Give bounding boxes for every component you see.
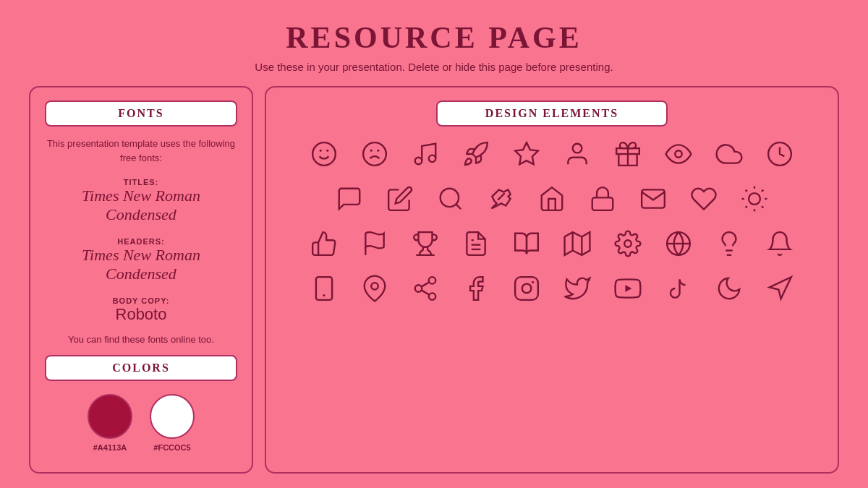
icons-grid <box>284 135 820 307</box>
swatch-dark-label: #A4113A <box>93 443 127 452</box>
svg-point-41 <box>415 285 422 292</box>
svg-line-20 <box>746 190 747 192</box>
svg-point-0 <box>312 142 336 166</box>
svg-point-14 <box>441 189 459 207</box>
svg-point-12 <box>675 150 682 158</box>
swatch-light: #FCCOC5 <box>150 394 195 452</box>
svg-point-40 <box>429 277 436 284</box>
map-icon <box>558 225 596 262</box>
headers-font-entry: HEADERS: Times New Roman Condensed <box>45 237 237 283</box>
font-note: You can find these fonts online too. <box>68 334 214 345</box>
mail-icon <box>634 180 672 218</box>
body-label: BODY COPY: <box>113 296 170 305</box>
trophy-icon <box>407 225 444 262</box>
rocket-icon <box>457 135 495 173</box>
pencil-icon <box>381 180 419 218</box>
page-subtitle: Use these in your presentation. Delete o… <box>255 61 613 73</box>
book-icon <box>508 225 545 262</box>
icons-row-3 <box>305 225 799 262</box>
body-font-entry: BODY COPY: Roboto <box>113 296 170 324</box>
fonts-description: This presentation template uses the foll… <box>45 137 237 165</box>
svg-point-9 <box>573 144 582 153</box>
design-elements-header: DESIGN ELEMENTS <box>436 100 668 127</box>
tiktok-icon <box>660 270 697 307</box>
cloud-icon <box>710 135 748 173</box>
right-panel: DESIGN ELEMENTS <box>265 86 839 474</box>
svg-rect-16 <box>592 197 613 210</box>
megaphone-icon <box>761 270 799 307</box>
moon-icon <box>710 270 748 307</box>
titles-label: TITLES: <box>45 178 237 187</box>
icons-row-1 <box>305 135 799 173</box>
pin-icon <box>482 180 520 218</box>
svg-point-6 <box>415 158 422 165</box>
headers-font-name: Times New Roman Condensed <box>45 246 237 283</box>
titles-font-name: Times New Roman Condensed <box>45 187 237 224</box>
document-icon <box>457 225 495 262</box>
home-icon <box>533 180 571 218</box>
svg-marker-29 <box>565 232 590 255</box>
page-title: RESOURCE PAGE <box>286 20 582 55</box>
lock-icon <box>584 180 621 218</box>
sad-face-icon <box>356 135 393 173</box>
icons-row-4 <box>305 270 799 307</box>
heart-icon <box>685 180 723 218</box>
svg-point-3 <box>363 142 386 166</box>
fonts-header: FONTS <box>45 100 237 127</box>
mobile-icon <box>305 270 343 307</box>
flag-icon <box>356 225 393 262</box>
chat-icon <box>331 180 368 218</box>
swatch-light-circle <box>150 394 195 439</box>
gear-icon <box>609 225 647 262</box>
svg-line-25 <box>762 190 763 192</box>
left-panel: FONTS This presentation template uses th… <box>29 86 253 474</box>
thumbsup-icon <box>305 225 343 262</box>
instagram-icon <box>508 270 545 307</box>
youtube-icon <box>609 270 647 307</box>
svg-rect-37 <box>316 277 332 300</box>
icons-row-2 <box>331 180 773 218</box>
person-icon <box>558 135 596 173</box>
svg-point-17 <box>749 193 760 205</box>
location-icon <box>356 270 393 307</box>
bell-icon <box>761 225 799 262</box>
svg-line-15 <box>456 204 461 209</box>
svg-line-43 <box>422 290 430 294</box>
music-icon <box>407 135 444 173</box>
sun-icon <box>736 180 773 218</box>
titles-font-entry: TITLES: Times New Roman Condensed <box>45 178 237 224</box>
svg-marker-47 <box>625 285 631 292</box>
main-content: FONTS This presentation template uses th… <box>29 86 839 474</box>
svg-marker-8 <box>515 142 538 164</box>
body-font-name: Roboto <box>113 305 170 324</box>
svg-line-44 <box>422 282 430 286</box>
gift-icon <box>609 135 647 173</box>
facebook-icon <box>457 270 495 307</box>
svg-point-32 <box>624 240 631 247</box>
globe-icon <box>660 225 697 262</box>
clock-icon <box>761 135 799 173</box>
svg-point-39 <box>371 283 378 290</box>
colors-swatches: #A4113A #FCCOC5 <box>88 394 195 452</box>
svg-point-7 <box>429 155 436 163</box>
star-icon <box>508 135 545 173</box>
svg-rect-45 <box>515 277 538 300</box>
headers-label: HEADERS: <box>45 237 237 246</box>
svg-point-42 <box>429 293 436 300</box>
twitter-icon <box>558 270 596 307</box>
eye-icon <box>660 135 697 173</box>
lightbulb-icon <box>710 225 748 262</box>
swatch-dark: #A4113A <box>88 394 132 452</box>
svg-line-21 <box>762 206 763 207</box>
smiley-icon <box>305 135 343 173</box>
share-icon <box>407 270 444 307</box>
swatch-dark-circle <box>88 394 132 439</box>
svg-line-24 <box>746 206 747 207</box>
colors-header: COLORS <box>45 355 237 381</box>
search-icon <box>432 180 469 218</box>
swatch-light-label: #FCCOC5 <box>153 443 190 452</box>
